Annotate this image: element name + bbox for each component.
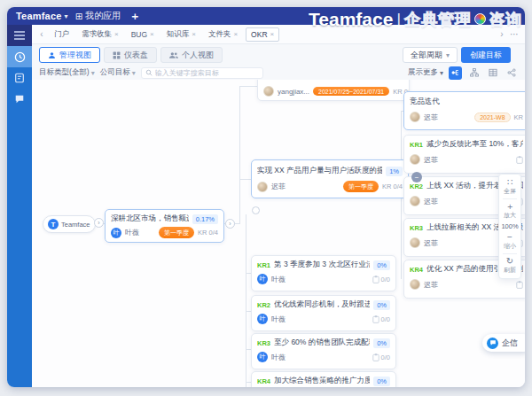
expand-node-button[interactable]: › xyxy=(94,218,104,228)
objective-card-competitor[interactable]: 竞品迭代 迟菲 2021-W8 KR xyxy=(403,91,525,130)
progress-badge: 0% xyxy=(373,338,390,348)
sidebar-menu-toggle[interactable] xyxy=(7,25,32,46)
tab-label: BUG xyxy=(131,30,147,39)
close-icon[interactable]: × xyxy=(150,30,154,38)
create-objective-button[interactable]: 创建目标 xyxy=(461,47,511,63)
collapse-node-button[interactable]: − xyxy=(411,172,422,182)
avatar: 叶 xyxy=(257,314,268,324)
period-select[interactable]: 全部周期 ▾ xyxy=(403,47,458,63)
dashboard-icon xyxy=(113,51,121,59)
people-icon xyxy=(169,51,178,59)
expand-node-button[interactable] xyxy=(252,206,260,214)
owner-name: yangjiax... xyxy=(278,88,309,96)
objective-title: 竞品迭代 xyxy=(410,97,523,107)
table-view-button[interactable] xyxy=(486,66,499,80)
period-badge: 第一季度 xyxy=(159,227,194,238)
tab-manage-view[interactable]: 管理视图 xyxy=(39,47,100,63)
period-badge: 第一季度 xyxy=(343,181,379,192)
kr-card[interactable]: KR4 加大综合销售策略的推广力度，... 0% 叶 叶薇 0/0 xyxy=(251,371,396,387)
sidebar-item-assistant[interactable] xyxy=(7,89,32,110)
zoom-in-label[interactable]: 放大 xyxy=(504,211,516,219)
kr-card[interactable]: KR1 减少负反馈比率至 10%，客户留... 迟菲 xyxy=(403,135,525,174)
tab-label: OKR xyxy=(251,30,267,39)
tab-requirements[interactable]: 需求收集 × xyxy=(77,27,123,42)
add-app-button[interactable]: ＋ xyxy=(129,9,140,24)
connector-line xyxy=(239,179,251,180)
progress-badge: 0% xyxy=(373,300,390,310)
progress-badge: 0.17% xyxy=(192,214,218,224)
tab-label: 文件夹 xyxy=(208,29,231,40)
owner-name: 迟菲 xyxy=(424,113,438,122)
zoom-in-icon[interactable]: ＋ xyxy=(505,201,514,211)
zoom-out-icon[interactable]: − xyxy=(507,232,512,242)
sidebar-item-apps[interactable] xyxy=(7,67,32,89)
tabs-scroll-right-icon[interactable]: › xyxy=(497,29,506,39)
company-filter-label: 公司目标 xyxy=(100,67,130,78)
kr-card[interactable]: KR3 至少 60% 的销售团队完成配额 0% 叶 叶薇 0/0 xyxy=(251,333,396,369)
owner-name: 迟菲 xyxy=(424,280,438,290)
tab-dashboard-view[interactable]: 仪表盘 xyxy=(104,47,157,63)
my-apps-menu[interactable]: ⊞ 我的应用 xyxy=(75,10,121,22)
fullscreen-label[interactable]: 全屏 xyxy=(504,187,516,195)
close-icon[interactable]: × xyxy=(114,30,119,38)
workspace-switcher[interactable]: Teamface ▾ xyxy=(16,11,68,21)
search-box[interactable] xyxy=(141,67,263,79)
tab-bug[interactable]: BUG × xyxy=(127,28,159,41)
app-tab-bar: ‹ 门户 需求收集 × BUG × 知识库 × 文件夹 × OKR × xyxy=(32,25,525,44)
avatar xyxy=(410,237,420,248)
root-company-node[interactable]: T Teamface xyxy=(43,215,96,233)
tree-view-button[interactable] xyxy=(467,66,481,80)
connector-line xyxy=(239,86,240,224)
close-icon[interactable]: × xyxy=(270,30,275,38)
tab-files[interactable]: 文件夹 × xyxy=(204,27,242,42)
chat-floating-button[interactable]: 企信 xyxy=(482,334,525,352)
progress-badge: 0% xyxy=(373,260,390,270)
avatar: 叶 xyxy=(111,228,121,238)
owner-name: 迟菲 xyxy=(271,182,286,191)
tab-personal-view[interactable]: 个人视图 xyxy=(160,47,223,63)
app-window: Teamface ▾ ⊞ 我的应用 ＋ Teamface | 企典管理 咨询 xyxy=(7,7,525,387)
sidebar-item-workbench[interactable] xyxy=(7,46,32,67)
show-more-dropdown[interactable]: 展示更多 ▾ xyxy=(408,67,443,78)
mindmap-view-button[interactable] xyxy=(449,66,462,80)
tabs-more-icon[interactable]: ⋯ xyxy=(510,29,520,39)
fullscreen-icon[interactable]: ∷ xyxy=(507,177,512,187)
close-icon[interactable]: × xyxy=(233,30,238,38)
search-input[interactable] xyxy=(155,69,253,77)
avatar xyxy=(257,182,268,192)
kr-card[interactable]: KR1 第 3 季度参加 3 次北区行业活动... 0% 叶 叶薇 0/0 xyxy=(251,255,396,291)
tab-okr[interactable]: OKR × xyxy=(246,27,279,42)
refresh-icon[interactable]: ↻ xyxy=(506,256,513,266)
share-button[interactable] xyxy=(505,66,518,80)
zoom-out-label[interactable]: 缩小 xyxy=(504,242,516,250)
tab-knowledge-base[interactable]: 知识库 × xyxy=(162,27,200,42)
kr-card[interactable]: KR2 优化线索同步机制，及时跟进销... 0% 叶 叶薇 0/0 xyxy=(251,295,396,331)
apps-grid-icon: ⊞ xyxy=(75,12,82,21)
close-icon[interactable]: × xyxy=(192,30,196,38)
objective-card-1[interactable]: 深耕北区市场，销售额达到 1,000 万美... 0.17% 叶 叶薇 第一季度… xyxy=(105,209,224,243)
chat-bubble-icon xyxy=(14,94,25,105)
progress-badge: 0% xyxy=(373,377,390,386)
company-filter-dropdown[interactable]: 公司目标 ▾ xyxy=(100,67,136,78)
kr-title: 优化线索同步机制，及时跟进销... xyxy=(274,299,370,310)
tab-label: 需求收集 xyxy=(82,29,112,40)
tabs-scroll-left-icon[interactable]: ‹ xyxy=(37,29,46,39)
view-tab-label: 管理视图 xyxy=(59,50,91,61)
period-badge: 2021-W8 xyxy=(474,113,510,122)
person-icon xyxy=(48,51,56,59)
owner-name: 叶薇 xyxy=(125,228,139,237)
kr-tag: KR2 xyxy=(410,182,423,190)
mindmap-icon xyxy=(451,68,460,77)
kr-count: KR xyxy=(514,113,523,121)
kr-title: 减少负反馈比率至 10%，客户留... xyxy=(426,139,523,150)
expand-node-button[interactable]: › xyxy=(225,219,235,229)
type-filter-dropdown[interactable]: 目标类型(全部) ▾ xyxy=(39,67,95,78)
period-label: 全部周期 xyxy=(411,50,442,61)
objective-card-2[interactable]: 实现 XX 产品用户量与用户活跃度的提... 1% 迟菲 第一季度 KR 0/4 xyxy=(251,159,409,198)
refresh-label[interactable]: 刷新 xyxy=(504,266,516,274)
tab-portal[interactable]: 门户 xyxy=(50,27,74,42)
tab-label: 门户 xyxy=(54,29,69,40)
avatar xyxy=(410,154,420,165)
type-filter-label: 目标类型(全部) xyxy=(39,67,90,78)
period-badge: 2021/07/25~2021/07/31 xyxy=(313,87,389,96)
